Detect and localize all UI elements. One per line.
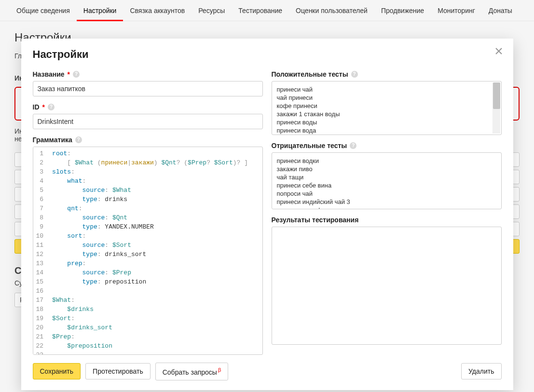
- negative-tests-box[interactable]: принеси водкизакажи пивочай тащипринеси …: [272, 152, 502, 209]
- grammar-editor[interactable]: 1234567891011121314151617181920212223 ro…: [33, 147, 263, 355]
- test-line: принеси чай: [277, 85, 496, 94]
- test-line: кофе принеси: [277, 102, 496, 110]
- test-line: принеси себе вина: [277, 181, 496, 189]
- help-icon[interactable]: ?: [48, 104, 55, 110]
- modal-overlay: Настройки Название* ? ID* ? Грамматика ?: [0, 0, 534, 392]
- name-label: Название* ?: [33, 70, 263, 78]
- positive-tests-box[interactable]: принеси чайчай принесикофе принесизакажи…: [272, 81, 502, 135]
- save-button[interactable]: Сохранить: [33, 363, 81, 379]
- test-line: чая принеси: [277, 135, 496, 135]
- test-line: чай тащи: [277, 173, 496, 181]
- collect-requests-button[interactable]: Собрать запросыβ: [155, 363, 229, 380]
- test-button[interactable]: Протестировать: [85, 363, 151, 379]
- name-input[interactable]: [33, 81, 263, 96]
- modal-title: Настройки: [33, 48, 502, 61]
- test-line: принеси вода: [277, 126, 496, 135]
- results-label: Результаты тестирования: [272, 216, 502, 224]
- help-icon[interactable]: ?: [351, 71, 358, 78]
- positive-tests-label: Положительные тесты ?: [272, 70, 502, 78]
- results-box: [272, 227, 502, 345]
- grammar-label: Грамматика ?: [33, 136, 263, 144]
- test-line: принеси воды: [277, 118, 496, 126]
- id-label: ID* ?: [33, 103, 263, 111]
- close-icon[interactable]: [492, 44, 506, 58]
- test-line: чай принеси: [277, 94, 496, 102]
- test-line: закажи пиво: [277, 165, 496, 173]
- test-line: попроси чай: [277, 189, 496, 198]
- test-line: принеси индийский чай 3: [277, 198, 496, 206]
- negative-tests-label: Отрицательные тесты ?: [272, 142, 502, 149]
- delete-button[interactable]: Удалить: [461, 363, 501, 379]
- help-icon[interactable]: ?: [350, 142, 356, 149]
- test-line: закажи три кофе с: [277, 206, 496, 209]
- id-input[interactable]: [33, 114, 263, 129]
- help-icon[interactable]: ?: [73, 71, 80, 78]
- test-line: закажи 1 стакан воды: [277, 110, 496, 118]
- help-icon[interactable]: ?: [75, 136, 82, 143]
- settings-modal: Настройки Название* ? ID* ? Грамматика ?: [21, 39, 513, 390]
- test-line: принеси водки: [277, 157, 496, 165]
